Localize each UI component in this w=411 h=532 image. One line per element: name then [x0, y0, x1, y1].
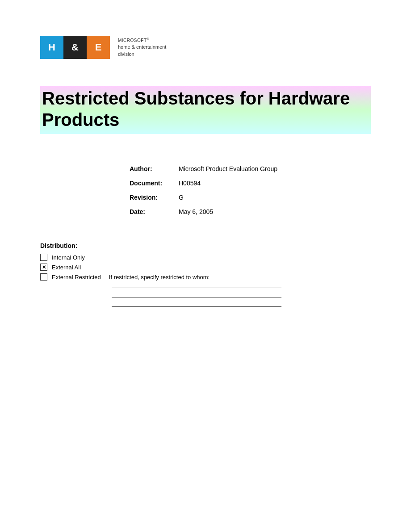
revision-value: G — [179, 194, 184, 201]
author-value: Microsoft Product Evaluation Group — [179, 165, 277, 172]
title-highlight: Restricted Substances for Hardware Produ… — [40, 86, 371, 134]
division-name: home & entertainment division — [118, 44, 166, 58]
author-label: Author: — [130, 165, 179, 172]
logo-section: H & E MICROSOFT® home & entertainment di… — [40, 36, 371, 59]
distribution-external-all: External All — [40, 264, 371, 271]
logo-h: H — [40, 36, 63, 59]
title-section: Restricted Substances for Hardware Produ… — [40, 86, 371, 134]
restriction-line-3 — [112, 306, 281, 307]
logo-e: E — [87, 36, 110, 59]
logo-amp: & — [63, 36, 87, 59]
logo-text: MICROSOFT® home & entertainment division — [118, 37, 166, 58]
internal-only-checkbox — [40, 254, 47, 261]
document-label: Document: — [130, 180, 179, 187]
revision-label: Revision: — [130, 194, 179, 201]
restriction-lines — [112, 288, 371, 307]
external-restricted-checkbox — [40, 273, 47, 281]
distribution-external-restricted: External Restricted If restricted, speci… — [40, 273, 371, 281]
microsoft-label: MICROSOFT® — [118, 37, 166, 44]
external-all-label: External All — [52, 264, 81, 271]
author-row: Author: Microsoft Product Evaluation Gro… — [130, 165, 371, 172]
restriction-line-2 — [112, 297, 281, 297]
date-value: May 6, 2005 — [179, 208, 213, 215]
revision-row: Revision: G — [130, 194, 371, 201]
distribution-section: Distribution: Internal Only External All… — [40, 242, 371, 307]
internal-only-label: Internal Only — [52, 254, 85, 261]
external-all-checkbox — [40, 264, 47, 271]
document-row: Document: H00594 — [130, 180, 371, 187]
restriction-note: If restricted, specify restricted to who… — [109, 274, 210, 281]
external-restricted-label: External Restricted — [52, 274, 101, 281]
metadata-section: Author: Microsoft Product Evaluation Gro… — [130, 165, 371, 215]
document-value: H00594 — [179, 180, 201, 187]
document-title: Restricted Substances for Hardware Produ… — [42, 88, 367, 130]
date-label: Date: — [130, 208, 179, 215]
logo-boxes: H & E — [40, 36, 110, 59]
date-row: Date: May 6, 2005 — [130, 208, 371, 215]
distribution-internal-only: Internal Only — [40, 254, 371, 261]
distribution-title: Distribution: — [40, 242, 371, 249]
restriction-line-1 — [112, 288, 281, 288]
document-page: H & E MICROSOFT® home & entertainment di… — [0, 0, 411, 532]
